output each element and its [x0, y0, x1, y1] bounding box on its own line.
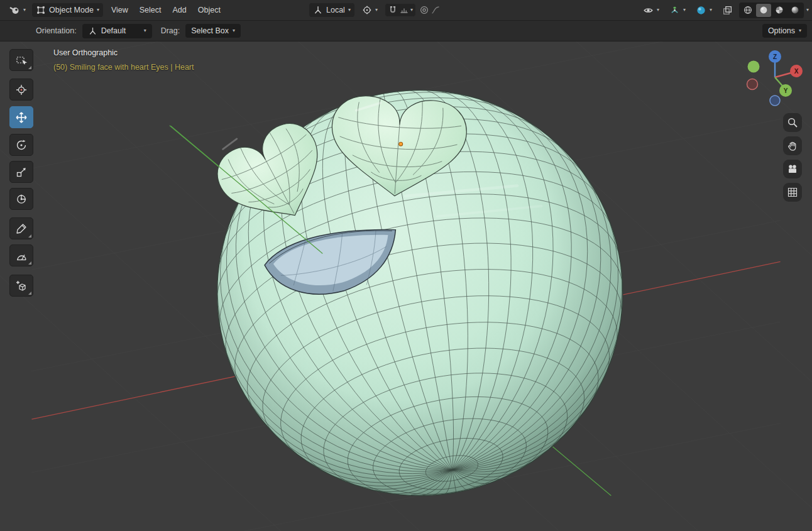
grid-icon — [787, 187, 798, 198]
gizmo-z-label: Z — [773, 53, 777, 60]
drag-mode-value: Select Box — [191, 26, 229, 35]
zoom-button[interactable] — [783, 113, 802, 132]
chevron-down-icon: ▾ — [144, 28, 146, 33]
tool-move[interactable] — [9, 106, 33, 128]
proportional-circle-icon — [419, 5, 429, 15]
drag-mode-dropdown[interactable]: Select Box ▾ — [185, 24, 241, 38]
drag-label: Drag: — [161, 26, 180, 35]
shading-wireframe-button[interactable] — [740, 4, 755, 17]
axis-navigation-gizmo[interactable]: Z X Y — [745, 48, 804, 107]
gizmo-axis-y-positive[interactable]: Y — [779, 84, 792, 97]
mode-selector-label: Object Mode — [49, 6, 94, 14]
shading-wireframe-icon — [743, 5, 753, 15]
zoom-icon — [787, 117, 798, 128]
measure-icon — [15, 249, 28, 262]
tool-add-cube[interactable] — [9, 275, 33, 297]
chevron-down-icon: ▾ — [683, 8, 686, 13]
orientation-dropdown[interactable]: Default ▾ — [82, 24, 152, 38]
tool-shelf — [9, 49, 33, 297]
pan-button[interactable] — [783, 136, 802, 155]
gizmo-x-label: X — [794, 68, 799, 75]
gizmos-toggle-dropdown[interactable]: ▾ — [666, 3, 689, 18]
chevron-down-icon: ▾ — [233, 28, 235, 33]
proportional-editing-toggle[interactable] — [419, 5, 429, 15]
falloff-curve-icon — [431, 5, 441, 15]
tool-measure[interactable] — [9, 244, 33, 266]
proportional-falloff-dropdown[interactable] — [431, 5, 441, 15]
gizmo-axis-y-negative[interactable] — [748, 61, 760, 73]
menu-view[interactable]: View — [106, 3, 134, 17]
blender-logo-icon — [9, 4, 20, 16]
gizmo-axis-z-positive[interactable]: Z — [769, 50, 781, 63]
orientation-label: Orientation: — [36, 26, 77, 35]
cursor-icon — [15, 84, 28, 96]
tool-scale[interactable] — [9, 161, 33, 183]
orientation-value: Default — [101, 26, 140, 35]
options-label: Options — [768, 26, 795, 35]
blender-menu-button[interactable]: ▾ — [5, 3, 30, 18]
mode-selector-dropdown[interactable]: Object Mode ▾ — [32, 3, 103, 17]
chevron-down-icon: ▾ — [799, 28, 801, 33]
shading-rendered-icon — [790, 5, 800, 15]
pivot-point-icon — [362, 5, 372, 15]
annotate-pen-icon — [15, 222, 28, 235]
overlays-icon — [696, 5, 706, 16]
grid-ortho-button[interactable] — [783, 183, 802, 202]
hand-icon — [787, 140, 798, 151]
orientation-axis-icon — [313, 5, 323, 15]
gizmo-axis-x-positive[interactable]: X — [790, 65, 803, 77]
pivot-point-dropdown[interactable]: ▾ — [358, 3, 381, 17]
proportional-editing-group — [419, 5, 441, 15]
xray-icon — [722, 5, 733, 16]
tool-settings-bar: Orientation: Default ▾ Drag: Select Box … — [0, 21, 812, 41]
shading-mode-group — [739, 3, 804, 18]
tool-annotate[interactable] — [9, 217, 33, 239]
snapping-group: ▾ — [385, 4, 415, 16]
menu-add[interactable]: Add — [167, 3, 192, 17]
viewport-nav-controls — [783, 113, 802, 202]
scale-icon — [15, 166, 28, 178]
options-dropdown[interactable]: Options ▾ — [762, 24, 807, 38]
object-mode-icon — [36, 5, 46, 15]
object-visibility-dropdown[interactable]: ▾ — [639, 3, 663, 18]
xray-toggle-button[interactable] — [718, 3, 737, 18]
tool-select-box[interactable] — [9, 49, 33, 71]
tool-cursor[interactable] — [9, 79, 33, 101]
menu-object[interactable]: Object — [192, 3, 226, 17]
transform-orientation-dropdown[interactable]: Local ▾ — [309, 3, 354, 17]
chevron-down-icon: ▾ — [23, 8, 26, 13]
overlays-toggle-dropdown[interactable]: ▾ — [692, 3, 716, 18]
tool-transform[interactable] — [9, 188, 33, 210]
select-box-icon — [15, 54, 28, 67]
shading-material-icon — [774, 5, 784, 15]
gizmo-axis-z-negative[interactable] — [770, 96, 780, 106]
tool-rotate[interactable] — [9, 134, 33, 156]
chevron-down-icon: ▾ — [375, 8, 378, 13]
viewport-scene[interactable] — [0, 41, 812, 531]
viewport-3d[interactable]: User Orthographic (50) Smiling face with… — [0, 41, 812, 531]
chevron-down-icon: ▾ — [97, 8, 99, 13]
shading-solid-button[interactable] — [756, 4, 771, 17]
shading-dropdown-chevron[interactable]: ▾ — [806, 8, 809, 13]
move-icon — [15, 111, 28, 124]
menu-select[interactable]: Select — [134, 3, 167, 17]
object-origin-dot[interactable] — [399, 142, 403, 146]
gizmo-y-label: Y — [784, 87, 788, 94]
eye-icon — [643, 5, 654, 16]
orientation-axis-icon — [88, 26, 97, 36]
shading-material-button[interactable] — [772, 4, 787, 17]
gizmo-axis-x-negative[interactable] — [747, 79, 758, 90]
header-menus: View Select Add Object — [106, 3, 226, 17]
snap-toggle-button[interactable] — [388, 5, 398, 15]
blender-window: ▾ Object Mode ▾ View Select Add Object — [0, 0, 812, 531]
transform-icon — [15, 193, 28, 205]
gizmos-icon — [669, 5, 680, 16]
rotate-icon — [15, 139, 28, 151]
shading-rendered-button[interactable] — [787, 4, 803, 17]
snap-settings-dropdown[interactable]: ▾ — [399, 5, 413, 15]
camera-view-button[interactable] — [783, 160, 802, 178]
shading-solid-icon — [759, 5, 769, 15]
chevron-down-icon: ▾ — [710, 8, 712, 13]
transform-orientation-label: Local — [326, 6, 345, 14]
chevron-down-icon: ▾ — [410, 8, 413, 13]
